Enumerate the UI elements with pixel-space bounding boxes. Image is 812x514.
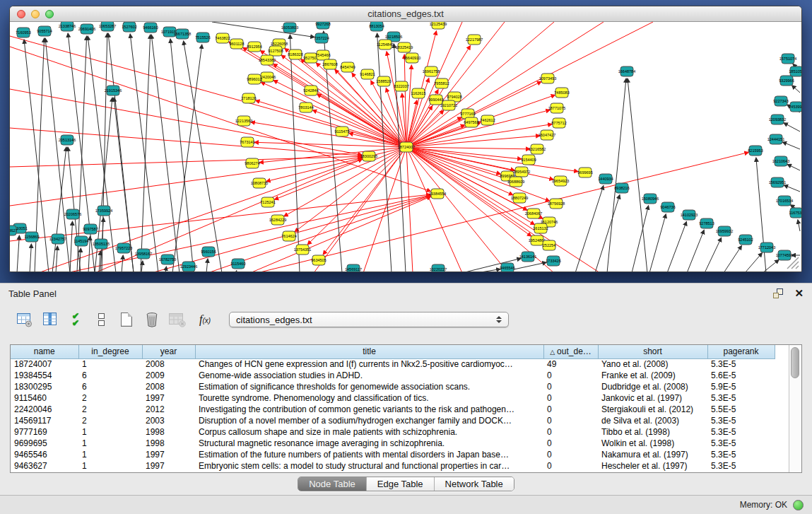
cell-title[interactable]: Estimation of the future numbers of pati… — [195, 449, 543, 460]
graph-node[interactable]: 8775712 — [551, 118, 566, 128]
graph-node[interactable]: 12342757 — [49, 234, 66, 244]
cell-short[interactable]: Nakamura et al. (1997) — [598, 449, 707, 460]
graph-node[interactable]: 10653287 — [99, 22, 116, 31]
graph-node[interactable]: 13505135 — [93, 239, 110, 249]
graph-node[interactable]: 9245102 — [738, 235, 753, 245]
cell-out_degree[interactable]: 0 — [543, 426, 598, 438]
cell-pagerank[interactable]: 5.9E-5 — [707, 381, 775, 392]
graph-node[interactable]: 16640910 — [404, 53, 420, 63]
table-row[interactable]: 1456911722003Disruption of a novel membe… — [11, 415, 775, 426]
window-titlebar[interactable]: citations_edges.txt — [10, 6, 801, 22]
graph-node[interactable]: 20691406 — [78, 24, 95, 34]
graph-node[interactable]: 1615132 — [533, 223, 548, 233]
cell-name[interactable]: 14569117 — [11, 415, 78, 426]
graph-node[interactable]: 15080946 — [642, 194, 659, 204]
graph-node[interactable]: 15751074 — [779, 54, 796, 64]
zoom-window-icon[interactable] — [45, 10, 54, 18]
row-layout-button[interactable] — [90, 309, 112, 330]
graph-node[interactable]: 16648784 — [618, 66, 635, 76]
cell-in_degree[interactable]: 2 — [78, 415, 142, 426]
graph-node[interactable]: 7485083 — [554, 88, 569, 98]
graph-node[interactable]: 10220227 — [430, 264, 447, 271]
graph-node[interactable]: 17359924 — [95, 206, 112, 216]
cell-in_degree[interactable]: 2 — [78, 404, 142, 415]
graph-node[interactable]: 7462612 — [480, 115, 495, 125]
cell-out_degree[interactable]: 49 — [543, 358, 598, 370]
cell-in_degree[interactable]: 1 — [78, 426, 142, 438]
cell-title[interactable]: Disruption of a novel member of a sodium… — [195, 415, 543, 426]
tab-edge-table[interactable]: Edge Table — [366, 477, 434, 491]
cell-year[interactable]: 2012 — [142, 404, 195, 415]
cell-pagerank[interactable]: 5.3E-5 — [707, 358, 775, 370]
graph-node[interactable]: 8813054 — [369, 22, 384, 31]
graph-node[interactable]: 18771075 — [548, 103, 565, 113]
graph-node[interactable]: 17712043 — [758, 243, 775, 252]
cell-short[interactable]: Yano et al. (2008) — [598, 358, 707, 370]
graph-node[interactable]: 18954972 — [513, 167, 530, 177]
cell-pagerank[interactable]: 5.3E-5 — [707, 415, 775, 426]
graph-node[interactable]: 7803144 — [298, 103, 313, 112]
cell-out_degree[interactable]: 0 — [543, 381, 598, 392]
cell-year[interactable]: 1997 — [142, 460, 195, 472]
graph-node[interactable]: 21915346 — [105, 86, 122, 95]
graph-node[interactable]: 9242844 — [303, 86, 318, 95]
column-header-pagerank[interactable]: pagerank — [707, 345, 775, 358]
graph-node[interactable]: 16782759 — [159, 255, 176, 264]
cell-in_degree[interactable]: 2 — [78, 392, 142, 404]
graph-node[interactable]: 9699695 — [577, 168, 592, 177]
cell-name[interactable]: 9463627 — [11, 460, 78, 472]
cell-name[interactable]: 9699695 — [11, 438, 78, 449]
graph-node[interactable]: 9896013 — [247, 74, 261, 84]
table-settings-button[interactable] — [14, 309, 35, 330]
graph-node[interactable]: 7614624 — [281, 231, 296, 241]
cell-short[interactable]: Wolkin et al. (1998) — [598, 438, 707, 449]
graph-node[interactable]: 9601128 — [229, 39, 244, 49]
graph-node[interactable]: 7955812 — [434, 78, 449, 88]
cell-name[interactable]: 19384554 — [11, 370, 78, 381]
graph-node[interactable]: 1162615 — [411, 88, 425, 98]
cell-year[interactable]: 2003 — [142, 415, 195, 426]
graph-node[interactable]: 15692951 — [769, 177, 786, 187]
graph-node[interactable]: 8322037 — [394, 81, 408, 91]
cell-year[interactable]: 1997 — [142, 449, 195, 460]
graph-node[interactable]: 1167533 — [789, 208, 801, 218]
graph-node[interactable]: 20206576 — [64, 209, 81, 219]
cell-pagerank[interactable]: 5.5E-5 — [707, 404, 775, 415]
graph-node[interactable]: 10688609 — [507, 177, 524, 187]
cell-out_degree[interactable]: 0 — [543, 415, 598, 426]
graph-node[interactable]: 16047427 — [539, 130, 555, 140]
cell-short[interactable]: Franke et al. (2009) — [598, 370, 707, 381]
graph-node[interactable]: 1156869 — [24, 232, 39, 242]
graph-node[interactable]: 14136141 — [519, 252, 536, 262]
cell-title[interactable]: Estimation of significance thresholds fo… — [195, 381, 543, 392]
tab-node-table[interactable]: Node Table — [298, 477, 366, 491]
graph-node[interactable]: 9227343 — [773, 96, 788, 106]
graph-node[interactable]: 9115475 — [334, 127, 349, 136]
create-column-button[interactable] — [116, 309, 137, 330]
graph-node[interactable]: 17957223 — [115, 243, 132, 253]
table-row[interactable]: 2242004622012Investigating the contribut… — [11, 404, 775, 415]
network-canvas[interactable]: 7160953905571421338746206914061065328715… — [10, 22, 801, 271]
graph-node[interactable]: 20513146 — [59, 135, 76, 145]
cell-title[interactable]: Tourette syndrome. Phenomenology and cla… — [195, 392, 543, 404]
cell-title[interactable]: Embryonic stem cells: a model to study s… — [195, 460, 543, 472]
cell-year[interactable]: 2009 — [142, 370, 195, 381]
graph-node[interactable]: 13754351 — [294, 245, 311, 255]
graph-node[interactable]: 16210643 — [772, 156, 789, 166]
graph-node[interactable]: 19384554 — [429, 189, 446, 199]
graph-node[interactable]: 18543382 — [259, 55, 276, 65]
tab-network-table[interactable]: Network Table — [434, 477, 514, 491]
cell-year[interactable]: 1997 — [142, 392, 195, 404]
graph-node[interactable]: 18300295 — [360, 151, 377, 161]
graph-node[interactable]: 16959932 — [716, 226, 733, 236]
graph-node[interactable]: 1733426 — [546, 256, 560, 266]
cell-year[interactable]: 2008 — [142, 358, 195, 370]
graph-node[interactable]: 9046736 — [660, 202, 675, 212]
graph-node[interactable]: 10973493 — [539, 74, 556, 83]
graph-node[interactable]: 9055714 — [37, 26, 52, 36]
cell-short[interactable]: Jankovic et al. (1997) — [598, 392, 707, 404]
cell-name[interactable]: 9115460 — [11, 392, 78, 404]
cell-name[interactable]: 18724007 — [11, 358, 78, 370]
column-header-short[interactable]: short — [598, 345, 707, 358]
graph-node[interactable]: 2718126 — [241, 93, 256, 103]
